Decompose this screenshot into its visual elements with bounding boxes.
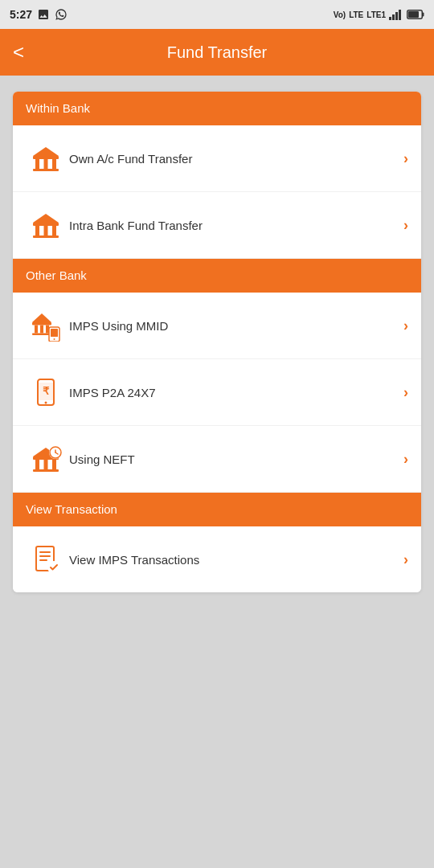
other-bank-label: Other Bank (26, 268, 87, 282)
svg-text:₹: ₹ (43, 385, 50, 397)
svg-rect-12 (33, 169, 59, 171)
svg-rect-17 (52, 226, 56, 235)
svg-rect-7 (33, 156, 59, 159)
svg-rect-21 (35, 326, 38, 334)
svg-rect-27 (51, 329, 58, 337)
svg-marker-14 (33, 214, 59, 223)
within-bank-header: Within Bank (13, 92, 421, 125)
svg-rect-3 (399, 10, 401, 20)
svg-rect-18 (33, 235, 59, 238)
other-bank-header: Other Bank (13, 259, 421, 293)
svg-rect-9 (35, 159, 39, 169)
svg-point-29 (45, 402, 47, 404)
chevron-icon-4: › (403, 384, 408, 401)
svg-rect-19 (32, 322, 51, 326)
view-imps-label: View IMPS Transactions (69, 553, 403, 567)
imps-p2a-item[interactable]: ₹ IMPS P2A 24X7 › (13, 359, 421, 426)
status-bar: 5:27 Vo) LTE LTE1 (0, 0, 434, 29)
svg-rect-34 (35, 460, 39, 469)
svg-rect-6 (408, 11, 419, 18)
status-indicators: Vo) LTE LTE1 (334, 9, 424, 20)
back-button[interactable]: < (13, 41, 24, 63)
svg-rect-37 (33, 469, 59, 472)
svg-rect-11 (52, 159, 56, 169)
svg-rect-44 (39, 555, 51, 557)
main-content: Within Bank Own A/c Fund Transfer › (0, 76, 434, 608)
imps-mmid-item[interactable]: IMPS Using MMID › (13, 293, 421, 359)
chevron-icon-1: › (403, 150, 408, 167)
chevron-icon-6: › (403, 551, 408, 568)
using-neft-item[interactable]: Using NEFT › (13, 426, 421, 493)
svg-marker-20 (32, 313, 51, 322)
view-imps-transactions-item[interactable]: View IMPS Transactions › (13, 526, 421, 592)
own-ac-fund-transfer-item[interactable]: Own A/c Fund Transfer › (13, 125, 421, 192)
within-bank-label: Within Bank (26, 101, 90, 115)
status-time: 5:27 (10, 8, 68, 21)
svg-rect-2 (395, 12, 398, 20)
chevron-icon-3: › (403, 317, 408, 334)
svg-rect-36 (52, 460, 56, 469)
imps-p2a-icon: ₹ (26, 372, 66, 412)
chevron-icon-2: › (403, 217, 408, 234)
svg-rect-35 (44, 460, 48, 469)
own-ac-label: Own A/c Fund Transfer (69, 152, 403, 166)
svg-rect-10 (44, 159, 48, 169)
bank-icon-2 (26, 205, 66, 245)
imps-mmid-icon (26, 305, 66, 346)
svg-rect-13 (33, 223, 59, 226)
chevron-icon-5: › (403, 451, 408, 468)
neft-icon (26, 439, 66, 479)
intra-bank-label: Intra Bank Fund Transfer (69, 219, 403, 232)
svg-marker-8 (33, 147, 59, 156)
svg-rect-43 (39, 551, 51, 553)
using-neft-label: Using NEFT (69, 452, 403, 466)
intra-bank-fund-transfer-item[interactable]: Intra Bank Fund Transfer › (13, 192, 421, 259)
menu-card: Within Bank Own A/c Fund Transfer › (13, 92, 421, 592)
svg-rect-5 (423, 13, 424, 17)
bank-icon-1 (26, 138, 66, 178)
view-transaction-header: View Transaction (13, 493, 421, 526)
page-title: Fund Transfer (167, 43, 268, 62)
svg-rect-0 (389, 17, 391, 20)
svg-rect-15 (35, 226, 39, 235)
svg-rect-45 (39, 559, 47, 561)
imps-mmid-label: IMPS Using MMID (69, 319, 403, 333)
svg-rect-22 (40, 326, 43, 334)
svg-rect-16 (44, 226, 48, 235)
app-header: < Fund Transfer (0, 29, 434, 76)
svg-point-26 (54, 338, 55, 340)
view-transactions-icon (26, 539, 66, 579)
imps-p2a-label: IMPS P2A 24X7 (69, 386, 403, 399)
svg-rect-1 (392, 14, 395, 20)
view-transaction-label: View Transaction (26, 502, 117, 516)
